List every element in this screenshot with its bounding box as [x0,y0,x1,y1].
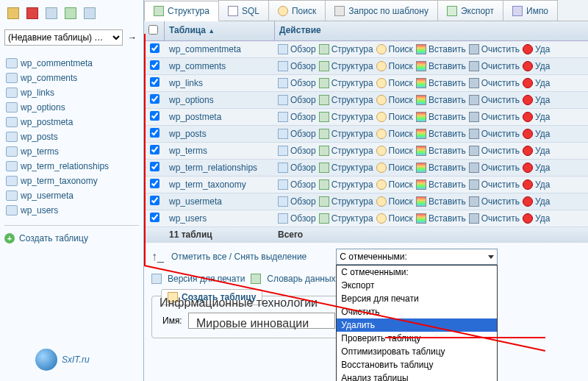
action-insert[interactable]: Вставить [416,61,466,71]
action-empty[interactable]: Очистить [469,196,520,207]
sidebar-table-item[interactable]: wp_options [4,100,139,115]
sidebar-table-item[interactable]: wp_usermeta [4,188,139,203]
docs-icon[interactable] [65,7,76,19]
sidebar-table-item[interactable]: wp_comments [4,71,139,85]
dropdown-option[interactable]: Восстановить таблицу [337,358,497,371]
action-structure[interactable]: Структура [319,213,373,224]
sql-icon[interactable] [46,7,57,19]
action-browse[interactable]: Обзор [278,179,316,190]
action-structure[interactable]: Структура [319,44,373,54]
sidebar-table-item[interactable]: wp_term_taxonomy [4,174,139,188]
row-checkbox[interactable] [150,43,159,53]
action-empty[interactable]: Очистить [469,146,520,156]
action-structure[interactable]: Структура [319,95,373,105]
action-browse[interactable]: Обзор [278,146,316,156]
action-browse[interactable]: Обзор [278,129,316,139]
row-checkbox[interactable] [150,128,159,138]
action-search[interactable]: Поиск [376,146,413,156]
recent-tables-go[interactable]: → [126,32,139,43]
home-icon[interactable] [7,7,19,19]
data-dictionary-link[interactable]: Словарь данных [267,274,335,284]
action-insert[interactable]: Вставить [416,213,466,224]
action-empty[interactable]: Очистить [469,61,520,71]
row-checkbox[interactable] [150,60,159,70]
action-drop[interactable]: Уда [523,44,550,54]
dropdown-option[interactable]: Оптимизировать таблицу [337,345,497,358]
dropdown-option[interactable]: С отмеченными: [337,266,497,279]
row-checkbox[interactable] [150,213,159,222]
row-checkbox[interactable] [150,145,159,154]
sidebar-table-item[interactable]: wp_postmeta [4,115,139,129]
action-browse[interactable]: Обзор [278,61,316,71]
action-browse[interactable]: Обзор [278,196,316,207]
action-search[interactable]: Поиск [376,129,413,139]
action-insert[interactable]: Вставить [416,196,466,207]
action-drop[interactable]: Уда [523,95,550,105]
sidebar-create-table[interactable]: + Создать таблицу [4,233,139,243]
tab-import[interactable]: Импо [503,0,558,21]
with-selected-dropdown[interactable]: С отмеченными: [336,249,498,265]
row-checkbox[interactable] [150,94,159,104]
row-checkbox[interactable] [150,162,159,171]
action-drop[interactable]: Уда [523,61,550,71]
sidebar-table-item[interactable]: wp_posts [4,129,139,144]
action-structure[interactable]: Структура [319,112,373,122]
action-search[interactable]: Поиск [376,213,413,224]
row-checkbox[interactable] [150,179,159,188]
action-structure[interactable]: Структура [319,78,373,88]
table-name-link[interactable]: wp_term_taxonomy [169,179,246,190]
table-name-link[interactable]: wp_options [169,95,214,105]
sidebar-table-item[interactable]: wp_links [4,85,139,100]
action-insert[interactable]: Вставить [416,44,466,54]
action-empty[interactable]: Очистить [469,213,520,224]
check-all[interactable] [148,25,158,35]
tab-sql[interactable]: SQL [218,0,269,21]
action-empty[interactable]: Очистить [469,44,520,54]
action-insert[interactable]: Вставить [416,129,466,139]
table-name-link[interactable]: wp_posts [169,129,207,139]
table-name-link[interactable]: wp_users [169,213,207,224]
table-name-link[interactable]: wp_usermeta [169,196,222,207]
action-search[interactable]: Поиск [376,61,413,71]
sidebar-table-item[interactable]: wp_commentmeta [4,56,139,71]
action-drop[interactable]: Уда [523,78,550,88]
action-empty[interactable]: Очистить [469,129,520,139]
dropdown-option[interactable]: Удалить [337,318,497,332]
dropdown-option[interactable]: Анализ таблицы [337,371,497,381]
tab-search[interactable]: Поиск [268,0,326,21]
action-drop[interactable]: Уда [523,213,550,224]
action-browse[interactable]: Обзор [278,163,316,173]
tab-structure[interactable]: Структура [144,1,219,21]
reload-icon[interactable] [84,7,96,19]
action-structure[interactable]: Структура [319,179,373,190]
row-checkbox[interactable] [150,111,159,121]
action-insert[interactable]: Вставить [416,112,466,122]
row-checkbox[interactable] [150,77,159,87]
action-structure[interactable]: Структура [319,163,373,173]
action-empty[interactable]: Очистить [469,112,520,122]
dropdown-option[interactable]: Проверить таблицу [337,332,497,345]
check-uncheck-link[interactable]: Отметить все / Снять выделение [171,252,306,262]
sidebar-table-item[interactable]: wp_users [4,203,139,218]
col-table-header[interactable]: Таблица ▲ [165,21,275,40]
dropdown-option[interactable]: Экспорт [337,279,497,292]
tab-export[interactable]: Экспорт [437,0,503,21]
action-search[interactable]: Поиск [376,78,413,88]
action-insert[interactable]: Вставить [416,179,466,190]
action-empty[interactable]: Очистить [469,78,520,88]
action-search[interactable]: Поиск [376,95,413,105]
table-name-link[interactable]: wp_postmeta [169,112,221,122]
table-name-link[interactable]: wp_links [169,78,203,88]
action-drop[interactable]: Уда [523,196,550,207]
action-search[interactable]: Поиск [376,44,413,54]
action-browse[interactable]: Обзор [278,78,316,88]
action-drop[interactable]: Уда [523,146,550,156]
action-drop[interactable]: Уда [523,112,550,122]
action-empty[interactable]: Очистить [469,163,520,173]
action-insert[interactable]: Вставить [416,78,466,88]
recent-tables-select[interactable]: (Недавние таблицы) … [4,29,123,46]
table-name-link[interactable]: wp_commentmeta [169,44,241,54]
table-name-link[interactable]: wp_comments [169,61,226,71]
action-search[interactable]: Поиск [376,163,413,173]
action-search[interactable]: Поиск [376,179,413,190]
